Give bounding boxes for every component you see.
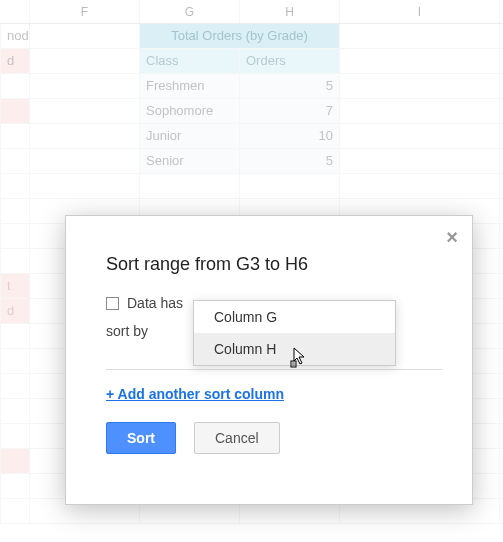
table-header-class: Class (140, 49, 240, 73)
sort-by-label: sort by (106, 323, 176, 339)
dropdown-option-column-g[interactable]: Column G (194, 301, 395, 333)
col-header-e (0, 0, 30, 23)
header-row-label: Data has (127, 295, 183, 311)
col-header-g: G (140, 0, 240, 23)
cell-class: Senior (140, 149, 240, 173)
close-icon: × (446, 226, 458, 248)
column-headers: F G H I (0, 0, 503, 24)
cell-frag: t (0, 274, 30, 298)
col-header-f: F (30, 0, 140, 23)
header-row-checkbox[interactable] (106, 297, 119, 310)
add-sort-column-link[interactable]: + Add another sort column (106, 386, 284, 402)
close-button[interactable]: × (446, 226, 458, 249)
dropdown-option-column-h[interactable]: Column H (194, 333, 395, 365)
cell-class: Sophomore (140, 99, 240, 123)
cell-class: Freshmen (140, 74, 240, 98)
cell-frag: d (0, 299, 30, 323)
col-header-i: I (340, 0, 500, 23)
cell-orders: 5 (240, 149, 340, 173)
cell-orders: 7 (240, 99, 340, 123)
cell-frag: d (0, 49, 30, 73)
column-select-dropdown: Column G Column H (193, 300, 396, 366)
sort-button[interactable]: Sort (106, 422, 176, 454)
table-header-orders: Orders (240, 49, 340, 73)
dialog-title: Sort range from G3 to H6 (106, 254, 442, 275)
cell-orders: 5 (240, 74, 340, 98)
cell-frag: nod (0, 24, 30, 48)
cancel-button[interactable]: Cancel (194, 422, 280, 454)
cell-class: Junior (140, 124, 240, 148)
col-header-h: H (240, 0, 340, 23)
divider (106, 369, 442, 370)
cell-orders: 10 (240, 124, 340, 148)
table-title: Total Orders (by Grade) (140, 24, 340, 48)
